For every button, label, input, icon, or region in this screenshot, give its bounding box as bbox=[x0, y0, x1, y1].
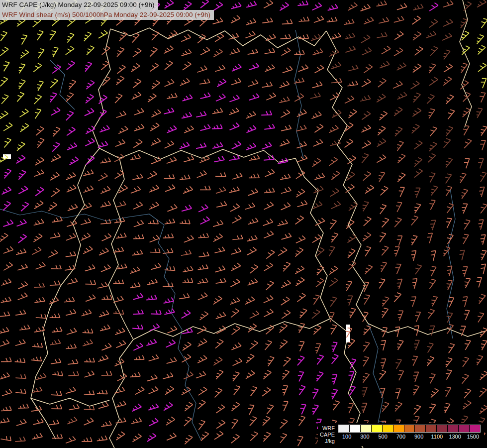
legend-tick-2: 500 bbox=[374, 434, 392, 440]
legend-swatch-9 bbox=[437, 425, 448, 432]
cape-legend: WRF CAPE J/kg 10030050070090011001300150… bbox=[318, 423, 484, 446]
legend-tick-0: 100 bbox=[338, 434, 356, 440]
legend-variable-label: CAPE bbox=[320, 432, 335, 438]
legend-swatch-5 bbox=[393, 425, 404, 432]
legend-swatch-4 bbox=[383, 425, 393, 432]
legend-scale: 100300500700900110013001500 bbox=[338, 425, 482, 440]
legend-swatch-7 bbox=[415, 425, 426, 432]
title-line-cape: WRF CAPE (J/kg) Monday 22-09-2025 09:00 … bbox=[0, 0, 158, 10]
legend-unit-label: J/kg bbox=[320, 438, 335, 445]
legend-label-block: WRF CAPE J/kg bbox=[320, 425, 335, 445]
legend-swatch-6 bbox=[404, 425, 415, 432]
legend-tick-4: 900 bbox=[410, 434, 428, 440]
legend-swatch-1 bbox=[350, 425, 361, 432]
legend-ticks: 100300500700900110013001500 bbox=[338, 434, 482, 440]
weather-map: WRF CAPE (J/kg) Monday 22-09-2025 09:00 … bbox=[0, 0, 487, 448]
title-line-shear: WRF Wind shear (m/s) 500/1000hPa Monday … bbox=[0, 10, 214, 20]
legend-swatches bbox=[338, 425, 481, 433]
legend-tick-5: 1100 bbox=[428, 434, 446, 440]
legend-swatch-10 bbox=[448, 425, 459, 432]
legend-swatch-8 bbox=[426, 425, 437, 432]
legend-swatch-11 bbox=[459, 425, 470, 432]
weather-map-canvas bbox=[0, 0, 487, 448]
legend-model-label: WRF bbox=[320, 425, 335, 432]
legend-swatch-12 bbox=[470, 425, 480, 432]
legend-swatch-0 bbox=[339, 425, 350, 432]
legend-tick-6: 1300 bbox=[446, 434, 464, 440]
legend-tick-7: 1500 bbox=[464, 434, 482, 440]
legend-swatch-2 bbox=[361, 425, 372, 432]
legend-tick-3: 700 bbox=[392, 434, 410, 440]
legend-tick-1: 300 bbox=[356, 434, 374, 440]
title-bar: WRF CAPE (J/kg) Monday 22-09-2025 09:00 … bbox=[0, 0, 214, 20]
legend-swatch-3 bbox=[372, 425, 383, 432]
